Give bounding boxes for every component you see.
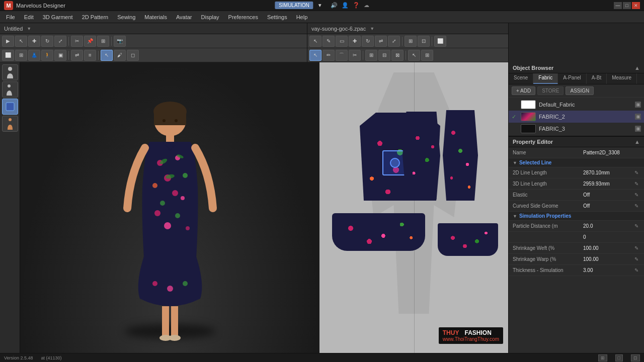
cloud-icon[interactable]: ☁ bbox=[364, 2, 369, 9]
tb-3d-brush[interactable]: 🖌 bbox=[114, 50, 126, 61]
panel-2d-dropdown[interactable]: ▼ bbox=[370, 26, 374, 31]
tb-2d-flip[interactable]: ⇌ bbox=[375, 36, 387, 47]
pe-sweft-edit[interactable]: ✎ bbox=[633, 245, 640, 252]
view-mode-1[interactable]: ⊞ bbox=[598, 354, 607, 361]
avatar-icon[interactable] bbox=[2, 116, 18, 132]
tb-arrange[interactable]: ⊞ bbox=[97, 36, 109, 47]
pe-section-selected-line[interactable]: ▼ Selected Line bbox=[509, 158, 644, 167]
avatar-side-icon[interactable] bbox=[2, 81, 18, 98]
tb-3d-erase[interactable]: ◻ bbox=[127, 50, 139, 61]
pattern-piece-side-right[interactable] bbox=[443, 110, 478, 201]
tab-a-bt[interactable]: A-Bt bbox=[587, 73, 607, 84]
pe-curved-edit[interactable]: ✎ bbox=[633, 203, 640, 210]
pe-2d-edit[interactable]: ✎ bbox=[633, 169, 640, 176]
tb-2d-scale[interactable]: ⤢ bbox=[388, 36, 400, 47]
tb-simulate[interactable]: ▶ bbox=[2, 36, 14, 47]
tb-3d-avatar[interactable]: 🚶 bbox=[41, 50, 53, 61]
tb-2d-cut2[interactable]: ✂ bbox=[349, 50, 361, 61]
pe-collapse[interactable]: ▲ bbox=[634, 139, 640, 145]
pe-section-simulation[interactable]: ▼ Simulation Properties bbox=[509, 212, 644, 221]
menu-sewing[interactable]: Sewing bbox=[113, 13, 139, 21]
pattern-piece-skirt-back[interactable] bbox=[438, 223, 498, 256]
tab-fabric[interactable]: Fabric bbox=[533, 73, 558, 84]
tb-3d-select2[interactable]: ⬜ bbox=[2, 50, 14, 61]
tb-3d-garment[interactable]: 👗 bbox=[28, 50, 40, 61]
tb-rotate[interactable]: ↻ bbox=[41, 36, 53, 47]
tab-a-panel[interactable]: A-Panel bbox=[558, 73, 587, 84]
fabric-item-3[interactable]: FABRIC_3 ⊞ bbox=[509, 123, 644, 135]
tb-2d-g1[interactable]: ⊞ bbox=[365, 50, 377, 61]
maximize-button[interactable]: □ bbox=[623, 2, 631, 9]
minimize-button[interactable]: — bbox=[614, 2, 622, 9]
tb-2d-grid[interactable]: ⊞ bbox=[405, 36, 417, 47]
menu-materials[interactable]: Materials bbox=[140, 13, 171, 21]
tb-2d-g3[interactable]: ⊠ bbox=[391, 50, 404, 61]
help-icon[interactable]: ❓ bbox=[353, 2, 360, 9]
tb-move[interactable]: ✚ bbox=[28, 36, 40, 47]
assign-button[interactable]: ASSIGN bbox=[566, 86, 594, 95]
tb-2d-g2[interactable]: ⊟ bbox=[378, 50, 390, 61]
tb-2d-red[interactable]: ⬜ bbox=[434, 36, 446, 47]
menu-file[interactable]: File bbox=[2, 13, 19, 21]
menu-2d-pattern[interactable]: 2D Pattern bbox=[78, 13, 113, 21]
fabric-item-2[interactable]: ✓ FABRIC_2 ⊞ bbox=[509, 111, 644, 123]
pe-particle2: 0 bbox=[509, 232, 644, 243]
menu-3d-garment[interactable]: 3D Garment bbox=[39, 13, 77, 21]
ob-collapse[interactable]: ▲ bbox=[634, 65, 640, 71]
tb-cut[interactable]: ✂ bbox=[71, 36, 83, 47]
tb-3d-layer[interactable]: ≡ bbox=[84, 50, 96, 61]
view-mode-2[interactable]: □ bbox=[615, 354, 623, 361]
tab-scene[interactable]: Scene bbox=[509, 73, 533, 84]
menu-display[interactable]: Display bbox=[197, 13, 223, 21]
menu-edit[interactable]: Edit bbox=[20, 13, 38, 21]
tb-3d-mesh[interactable]: ⊞ bbox=[15, 50, 27, 61]
fabric-settings-icon-3[interactable]: ⊞ bbox=[635, 126, 641, 132]
pattern-piece-back-right[interactable] bbox=[403, 112, 440, 200]
user-icon[interactable]: 👤 bbox=[342, 2, 349, 9]
panel-3d-dropdown[interactable]: ▼ bbox=[27, 26, 31, 31]
fabric-icon[interactable] bbox=[2, 99, 18, 115]
pe-elastic-edit[interactable]: ✎ bbox=[633, 192, 640, 199]
tb-3d-cursor[interactable]: ↖ bbox=[101, 50, 113, 61]
tb-2d-cursor[interactable]: ↖ bbox=[309, 50, 321, 61]
tb-2d-edit[interactable]: ✎ bbox=[323, 36, 335, 47]
fabric-item-default[interactable]: Default_Fabric ⊞ bbox=[509, 99, 644, 111]
tb-camera[interactable]: 📷 bbox=[114, 36, 126, 47]
pe-particle-edit[interactable]: ✎ bbox=[633, 223, 640, 230]
sim-dropdown[interactable]: ▼ bbox=[317, 3, 323, 8]
tb-2d-move[interactable]: ✚ bbox=[349, 36, 361, 47]
add-fabric-button[interactable]: + ADD bbox=[512, 86, 535, 95]
pe-3d-edit[interactable]: ✎ bbox=[633, 180, 640, 188]
store-button[interactable]: STORE bbox=[537, 86, 564, 95]
close-button[interactable]: ✕ bbox=[632, 2, 640, 9]
tb-2d-bezier[interactable]: ⌒ bbox=[336, 50, 348, 61]
tb-3d-obj[interactable]: ▣ bbox=[54, 50, 66, 61]
tb-pin[interactable]: 📌 bbox=[84, 36, 96, 47]
tb-3d-sym[interactable]: ⇌ bbox=[71, 50, 83, 61]
tb-2d-s1[interactable]: ↖ bbox=[408, 50, 420, 61]
fabric-settings-icon-2[interactable]: ⊞ bbox=[635, 114, 641, 120]
menu-settings[interactable]: Settings bbox=[263, 13, 291, 21]
view-mode-3[interactable]: ⊡ bbox=[631, 354, 640, 361]
avatar-front-icon[interactable] bbox=[2, 64, 18, 80]
pe-shrink-weft: Shrinkage Weft (% 100.00 ✎ bbox=[509, 243, 644, 254]
pattern-piece-skirt-front[interactable] bbox=[332, 213, 425, 251]
tb-2d-s2[interactable]: ⊞ bbox=[421, 50, 433, 61]
audio-icon[interactable]: 🔊 bbox=[331, 2, 338, 9]
pe-swarp-edit[interactable]: ✎ bbox=[633, 256, 640, 263]
fabric-swatch-2 bbox=[521, 112, 536, 121]
tab-measure[interactable]: Measure bbox=[607, 73, 637, 84]
tb-2d-pen[interactable]: ✏ bbox=[323, 50, 335, 61]
pe-thickness: Thickness - Simulation 3.00 ✎ bbox=[509, 265, 644, 276]
menu-help[interactable]: Help bbox=[292, 13, 312, 21]
tb-select[interactable]: ↖ bbox=[15, 36, 27, 47]
tb-2d-sym[interactable]: ⊡ bbox=[418, 36, 430, 47]
tb-2d-sel[interactable]: ↖ bbox=[309, 36, 321, 47]
tb-2d-rotate[interactable]: ↻ bbox=[362, 36, 374, 47]
fabric-settings-icon[interactable]: ⊞ bbox=[635, 102, 641, 108]
tb-scale[interactable]: ⤢ bbox=[54, 36, 66, 47]
menu-preferences[interactable]: Preferences bbox=[224, 13, 262, 21]
pe-thickness-edit[interactable]: ✎ bbox=[633, 267, 640, 274]
tb-2d-rect[interactable]: ▭ bbox=[336, 36, 348, 47]
menu-avatar[interactable]: Avatar bbox=[172, 13, 196, 21]
